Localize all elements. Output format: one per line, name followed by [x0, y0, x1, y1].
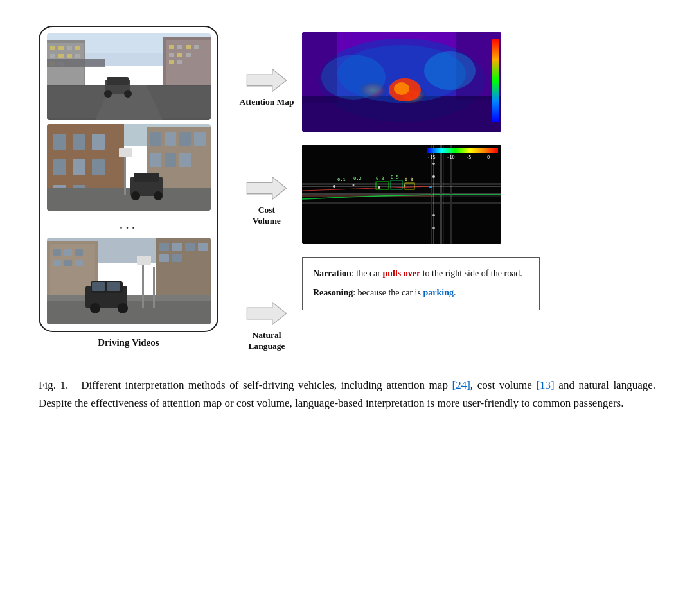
svg-text:0.5: 0.5 [391, 175, 399, 180]
driving-videos-label: Driving Videos [98, 337, 159, 348]
svg-point-83 [118, 303, 128, 313]
svg-rect-5 [58, 46, 64, 50]
svg-rect-18 [186, 45, 191, 49]
ref-13: [13] [536, 379, 554, 391]
svg-rect-55 [134, 173, 159, 182]
street-scene-2 [47, 124, 211, 211]
svg-rect-42 [92, 159, 105, 175]
svg-rect-77 [47, 301, 211, 324]
street-scene-3 [47, 238, 211, 324]
svg-rect-63 [53, 249, 61, 256]
svg-rect-10 [67, 54, 72, 58]
reasoning-text: Reasoning: because the car is parking. [313, 286, 529, 300]
svg-point-82 [90, 303, 100, 313]
fig-label: Fig. 1. [39, 379, 68, 391]
main-container: ... [0, 0, 694, 616]
svg-rect-67 [64, 260, 72, 266]
arrow-icon-2 [244, 172, 289, 204]
driving-videos-panel: ... [39, 19, 218, 348]
svg-rect-71 [172, 243, 182, 251]
svg-rect-23 [169, 60, 174, 64]
svg-rect-70 [159, 243, 169, 251]
svg-rect-48 [179, 132, 191, 146]
svg-rect-46 [150, 132, 161, 146]
reasoning-highlight: parking [423, 288, 453, 297]
svg-point-121 [432, 175, 435, 178]
arrow-icon-1 [244, 64, 289, 96]
dots-separator: ... [120, 216, 138, 233]
svg-point-100 [424, 51, 476, 90]
narration-text: Narration: the car pulls over to the rig… [313, 267, 529, 281]
svg-rect-51 [165, 153, 176, 167]
svg-rect-8 [50, 54, 55, 58]
svg-rect-49 [194, 132, 206, 146]
video-frame-1 [47, 33, 211, 120]
svg-rect-64 [64, 249, 72, 256]
video-frame-2 [47, 124, 211, 211]
svg-rect-6 [67, 46, 72, 50]
svg-text:-5: -5 [466, 155, 471, 160]
middle-right-wrapper: Attention Map CostVolume [218, 19, 655, 352]
cost-volume-output: 0.3 0.5 0.8 0.2 0.1 [302, 145, 501, 244]
svg-marker-88 [247, 177, 286, 199]
svg-rect-68 [75, 260, 83, 266]
svg-rect-80 [92, 282, 105, 291]
arrows-column: Attention Map CostVolume [231, 19, 302, 352]
svg-rect-52 [179, 153, 191, 167]
arrow-group-2: CostVolume [244, 172, 289, 227]
svg-rect-107 [302, 202, 501, 204]
svg-rect-72 [185, 243, 195, 251]
svg-point-123 [432, 227, 435, 229]
svg-rect-37 [53, 134, 66, 150]
arrow-group-1: Attention Map [239, 64, 294, 108]
attention-map-output [302, 32, 501, 132]
svg-rect-134 [427, 148, 498, 153]
arrow-icon-3 [244, 297, 289, 330]
diagram-area: ... [39, 19, 655, 352]
svg-point-115 [333, 185, 335, 188]
svg-rect-105 [302, 183, 501, 185]
svg-text:0.3: 0.3 [376, 176, 384, 181]
svg-text:-15: -15 [427, 155, 436, 160]
svg-rect-19 [194, 45, 199, 49]
svg-point-116 [353, 184, 355, 186]
svg-point-117 [378, 186, 380, 189]
svg-rect-85 [137, 256, 151, 265]
narration-highlight: pulls over [382, 268, 420, 278]
svg-rect-75 [172, 254, 182, 262]
svg-point-99 [321, 55, 386, 100]
reasoning-label: Reasoning [313, 288, 353, 297]
svg-marker-87 [247, 69, 286, 92]
svg-rect-47 [165, 132, 176, 146]
svg-marker-89 [247, 302, 286, 324]
svg-rect-4 [50, 46, 55, 50]
svg-rect-39 [92, 134, 105, 150]
svg-rect-7 [75, 46, 80, 50]
svg-rect-40 [53, 159, 66, 175]
svg-point-122 [432, 214, 435, 216]
svg-rect-81 [107, 282, 120, 291]
caption-text: Fig. 1. Different interpretation methods… [39, 376, 655, 412]
svg-rect-20 [169, 53, 174, 57]
narration-text-2: to the right side of the road. [420, 268, 522, 278]
svg-rect-66 [53, 260, 61, 266]
svg-point-31 [104, 90, 112, 98]
svg-text:0.8: 0.8 [405, 177, 413, 182]
reasoning-text-1: : because the car is [353, 288, 423, 297]
svg-text:0.1: 0.1 [337, 177, 346, 182]
outputs-column: 0.3 0.5 0.8 0.2 0.1 [302, 19, 540, 352]
svg-rect-73 [198, 243, 208, 251]
caption-area: Fig. 1. Different interpretation methods… [39, 376, 655, 412]
svg-point-32 [124, 90, 132, 98]
svg-rect-53 [47, 188, 211, 211]
svg-rect-22 [186, 53, 191, 57]
svg-rect-16 [169, 45, 174, 49]
svg-text:0.2: 0.2 [353, 176, 362, 181]
street-scene-1 [47, 33, 211, 120]
narration-label: Narration [313, 268, 351, 278]
narration-text-1: : the car [351, 268, 383, 278]
videos-box: ... [39, 26, 218, 332]
svg-point-120 [432, 163, 435, 165]
svg-point-102 [394, 82, 409, 95]
svg-rect-30 [107, 77, 129, 85]
